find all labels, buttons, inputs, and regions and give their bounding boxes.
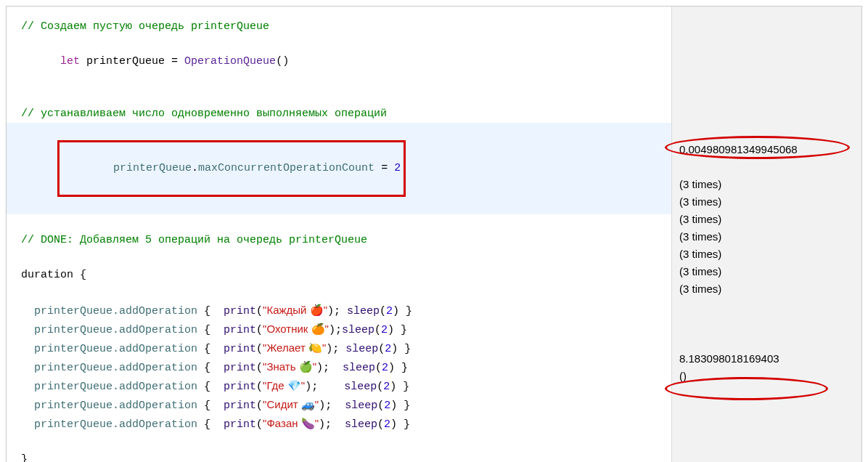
result-times[interactable]: (3 times) bbox=[679, 280, 854, 298]
result-times[interactable]: (3 times) bbox=[679, 246, 854, 263]
result-unit[interactable]: () bbox=[679, 368, 854, 385]
assign-op: = bbox=[165, 55, 184, 68]
code-editor[interactable]: // Создаем пустую очередь printerQueue l… bbox=[7, 7, 671, 462]
string-literal: "Охотник 🍊" bbox=[263, 323, 329, 335]
parens: () bbox=[276, 55, 289, 68]
code-line: printerQueue.addOperation { print("Охотн… bbox=[21, 320, 660, 339]
code-line: printerQueue.addOperation { print("Фазан… bbox=[21, 415, 660, 434]
result-times[interactable]: (3 times) bbox=[679, 193, 854, 211]
results-sidebar[interactable]: 0.004980981349945068 (3 times) (3 times)… bbox=[671, 7, 861, 462]
result-times[interactable]: (3 times) bbox=[679, 263, 854, 280]
string-literal: "Фазан 🍆" bbox=[263, 417, 319, 429]
result-times[interactable]: (3 times) bbox=[679, 228, 854, 246]
property: maxConcurrentOperationCount bbox=[198, 162, 374, 174]
type-ctor: OperationQueue bbox=[184, 55, 276, 68]
string-literal: "Сидит 🚙" bbox=[263, 398, 319, 410]
string-literal: "Где 💎" bbox=[263, 379, 305, 392]
code-line: printerQueue.addOperation { print("Кажды… bbox=[21, 301, 660, 320]
playground-container: // Создаем пустую очередь printerQueue l… bbox=[6, 6, 862, 462]
var-name: printerQueue bbox=[86, 55, 165, 68]
result-times[interactable]: (3 times) bbox=[679, 211, 854, 228]
obj-ref: printerQueue bbox=[113, 162, 192, 174]
result-times[interactable]: (3 times) bbox=[679, 176, 854, 193]
num-literal: 2 bbox=[394, 162, 401, 174]
code-line: duration { bbox=[21, 267, 660, 284]
dot: . bbox=[192, 162, 198, 174]
string-literal: "Каждый 🍎" bbox=[263, 304, 327, 316]
result-value[interactable]: 0.004980981349945068 bbox=[679, 141, 854, 158]
code-line: } bbox=[21, 451, 660, 462]
code-line: printerQueue.addOperation { print("Где 💎… bbox=[21, 377, 660, 396]
string-literal: "Знать 🍏" bbox=[263, 360, 316, 373]
code-line: let printerQueue = OperationQueue() bbox=[21, 36, 660, 88]
code-line: printerQueue.addOperation { print("Сидит… bbox=[21, 396, 660, 415]
result-value[interactable]: 8.183098018169403 bbox=[679, 350, 854, 368]
keyword-let: let bbox=[60, 55, 80, 68]
code-line-comment: // Создаем пустую очередь printerQueue bbox=[21, 18, 660, 36]
red-highlight-box: printerQueue.maxConcurrentOperationCount… bbox=[57, 140, 406, 197]
string-literal: "Желает 🍋" bbox=[263, 341, 326, 354]
code-line: printerQueue.addOperation { print("Знать… bbox=[21, 358, 660, 377]
highlighted-line: printerQueue.maxConcurrentOperationCount… bbox=[7, 123, 671, 214]
code-line: printerQueue.addOperation { print("Желае… bbox=[21, 339, 660, 358]
code-line-comment: // DONE: Добавляем 5 операций на очередь… bbox=[21, 232, 660, 249]
eq-op: = bbox=[374, 162, 394, 174]
code-line-comment: // устанавливаем число одновременно выпо… bbox=[21, 105, 660, 123]
